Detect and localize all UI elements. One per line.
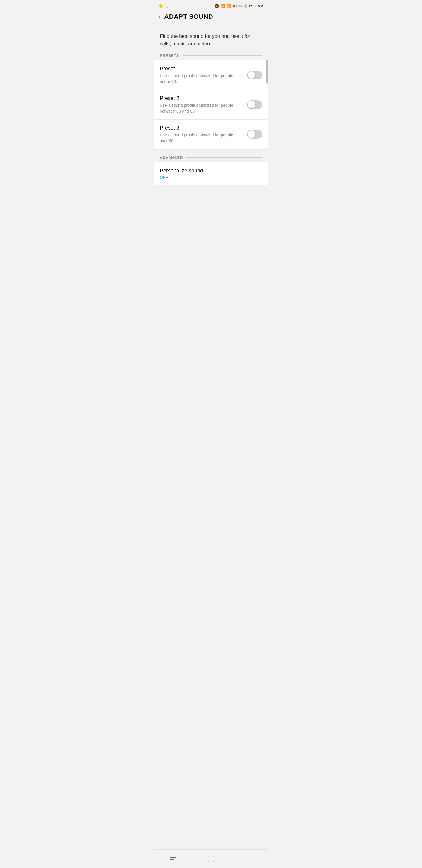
preset-2-item: Preset 2 Use a sound profile optimized f… (154, 90, 268, 120)
status-left-icons: 🖐 ⊞ (159, 3, 168, 8)
presets-area: Preset 1 Use a sound profile optimized f… (154, 60, 268, 150)
status-bar: 🖐 ⊞ 🔇 📶 📶 100% 🔋 2:29 AM (154, 0, 268, 10)
preset-1-title: Preset 1 (160, 66, 237, 72)
page-title: ADAPT SOUND (164, 13, 213, 21)
preset-1-item: Preset 1 Use a sound profile optimized f… (154, 60, 268, 90)
back-button[interactable]: ‹ (159, 13, 161, 20)
battery-percent: 100% (232, 4, 242, 8)
preset-2-title: Preset 2 (160, 95, 237, 101)
preset-3-title: Preset 3 (160, 125, 237, 131)
preset-3-desc: Use a sound profile optimized for people… (160, 132, 237, 144)
preset-3-divider (242, 127, 242, 142)
preset-3-item: Preset 3 Use a sound profile optimized f… (154, 120, 268, 149)
personalize-sound-title: Personalize sound (160, 168, 262, 174)
preset-2-toggle-knob (248, 101, 255, 108)
preset-3-toggle-container (247, 130, 262, 139)
preset-1-toggle-knob (248, 71, 255, 79)
preset-3-toggle-knob (248, 130, 255, 138)
preset-2-divider (242, 97, 242, 112)
bottom-spacer (154, 185, 268, 209)
content-wrapper: Find the best sound for you and use it f… (154, 24, 268, 209)
advanced-section-header: ADVANCED (154, 155, 268, 160)
mute-icon: 🔇 (215, 4, 219, 8)
grid-icon: ⊞ (165, 4, 168, 8)
personalize-sound-item[interactable]: Personalize sound OFF (154, 162, 268, 185)
battery-icon: 🔋 (243, 4, 248, 8)
hand-icon: 🖐 (159, 3, 164, 8)
app-bar: ‹ ADAPT SOUND (154, 10, 268, 24)
signal-icon: 📶 (226, 4, 231, 8)
page-description: Find the best sound for you and use it f… (154, 24, 268, 53)
preset-1-text: Preset 1 Use a sound profile optimized f… (160, 66, 237, 85)
advanced-divider (186, 157, 262, 158)
scrollbar-thumb (266, 60, 267, 84)
scrollbar-track (266, 60, 267, 150)
preset-1-divider (242, 68, 242, 83)
presets-divider (183, 55, 262, 56)
advanced-section: ADVANCED Personalize sound OFF (154, 155, 268, 185)
preset-2-toggle-container (247, 100, 262, 109)
presets-label: PRESETS (160, 53, 179, 58)
preset-2-desc: Use a sound profile optimized for people… (160, 103, 237, 114)
preset-3-toggle[interactable] (247, 130, 262, 139)
preset-3-text: Preset 3 Use a sound profile optimized f… (160, 125, 237, 144)
wifi-icon: 📶 (220, 4, 225, 8)
status-right-icons: 🔇 📶 📶 100% 🔋 2:29 AM (215, 4, 263, 8)
personalize-sound-value: OFF (160, 175, 262, 180)
preset-2-text: Preset 2 Use a sound profile optimized f… (160, 95, 237, 114)
preset-1-toggle-container (247, 71, 262, 80)
preset-1-toggle[interactable] (247, 71, 262, 80)
preset-2-toggle[interactable] (247, 100, 262, 109)
preset-1-desc: Use a sound profile optimized for people… (160, 73, 237, 85)
presets-section-header: PRESETS (154, 53, 268, 58)
status-time: 2:29 AM (249, 4, 263, 8)
advanced-label: ADVANCED (160, 155, 183, 160)
